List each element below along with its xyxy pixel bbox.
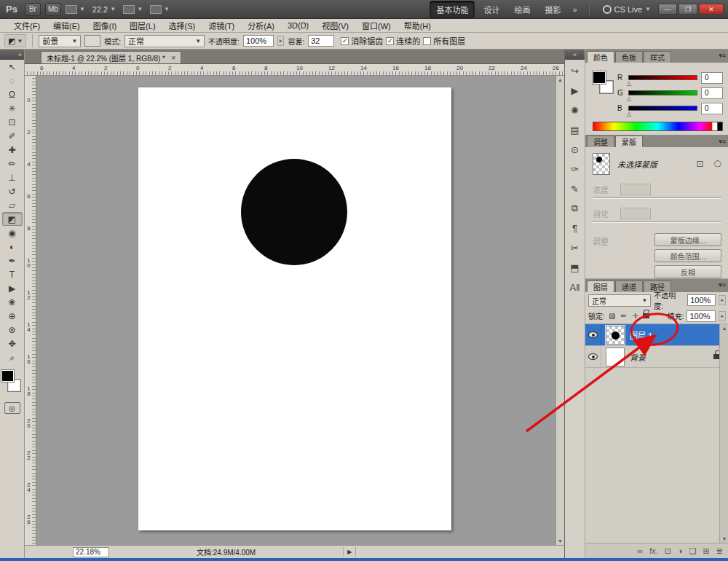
add-pixel-mask-icon[interactable]: ⊡: [697, 159, 704, 169]
history-panel-icon[interactable]: ↪: [566, 62, 584, 79]
panel-tab[interactable]: 色板: [615, 51, 643, 63]
adjustments-panel-icon[interactable]: ✺: [566, 101, 584, 119]
layer-name[interactable]: 背景: [630, 351, 646, 363]
channel-value-input[interactable]: 0: [701, 103, 723, 114]
document-page[interactable]: [138, 87, 451, 530]
add-layer-mask-icon[interactable]: ⊡: [665, 546, 671, 556]
lock-paint-icon[interactable]: ✏: [620, 312, 628, 320]
lock-all-icon[interactable]: [643, 313, 649, 318]
quick-selection-tool[interactable]: ✳: [2, 101, 23, 115]
paragraph-panel-icon[interactable]: ¶: [566, 219, 584, 237]
close-button[interactable]: ✕: [699, 4, 724, 15]
crop-tool[interactable]: ⊡: [2, 115, 23, 129]
history-brush-tool[interactable]: ↺: [2, 184, 23, 198]
layer-visibility-toggle[interactable]: [585, 346, 601, 367]
menu-item[interactable]: 视图(V): [315, 18, 355, 33]
hand-tool[interactable]: ✥: [2, 337, 23, 350]
menu-item[interactable]: 文件(F): [7, 18, 47, 33]
clone-source-panel-icon[interactable]: ⧉: [566, 200, 584, 217]
panel-tab[interactable]: 路径: [644, 280, 671, 292]
actions-panel-icon[interactable]: ▶: [566, 82, 584, 99]
scroll-up-icon[interactable]: ▲: [722, 326, 727, 331]
blur-tool[interactable]: ◉: [2, 226, 23, 240]
status-options-button[interactable]: ▶: [343, 547, 356, 557]
option-checkbox[interactable]: 连续的: [386, 35, 420, 47]
navigator-panel-icon[interactable]: ▤: [566, 121, 584, 138]
color-spectrum-ramp[interactable]: [593, 122, 723, 131]
panel-tab[interactable]: 调整: [587, 136, 614, 147]
channel-slider[interactable]: [628, 106, 697, 111]
status-zoom-input[interactable]: 22.18%: [73, 547, 109, 557]
menu-item[interactable]: 滤镜(T): [202, 18, 241, 33]
layer-thumbnail[interactable]: [606, 348, 625, 366]
measurement-log-panel-icon[interactable]: ✂: [566, 239, 584, 256]
panel-tab[interactable]: 蒙版: [615, 136, 643, 147]
dodge-tool[interactable]: ◐: [2, 240, 23, 254]
channel-value-input[interactable]: 0: [701, 72, 723, 84]
animation-panel-icon[interactable]: ⬒: [566, 259, 584, 276]
document-viewport[interactable]: [36, 76, 555, 545]
mask-action-button[interactable]: 反相: [654, 265, 721, 278]
lasso-tool[interactable]: Ω: [2, 87, 23, 101]
panel-menu-icon[interactable]: ▾≡: [719, 281, 726, 289]
panel-menu-icon[interactable]: ▾≡: [719, 52, 726, 59]
workspace-button[interactable]: 设计: [478, 1, 505, 17]
minimize-button[interactable]: —: [658, 4, 677, 15]
channel-value-input[interactable]: 0: [701, 87, 723, 99]
move-tool[interactable]: ↖: [2, 60, 23, 74]
brush-panel-icon[interactable]: ✎: [566, 180, 584, 197]
type-tool[interactable]: T: [2, 267, 23, 281]
opacity-input[interactable]: 100%: [243, 35, 274, 47]
marquee-tool[interactable]: ◌: [2, 74, 23, 87]
menu-item[interactable]: 帮助(H): [397, 18, 438, 33]
3d-rotate-tool[interactable]: ⊕: [2, 309, 23, 323]
menu-item[interactable]: 窗口(W): [355, 18, 397, 33]
paint-bucket-tool[interactable]: ◩: [2, 212, 23, 226]
add-vector-mask-icon[interactable]: ⬠: [714, 159, 721, 169]
scroll-down-icon[interactable]: ▼: [722, 536, 727, 541]
fill-source-select[interactable]: 前景▼: [39, 35, 81, 47]
delete-layer-icon[interactable]: ≣: [716, 546, 723, 556]
channel-slider[interactable]: [628, 90, 697, 95]
character-panel-icon[interactable]: A‖: [566, 278, 584, 296]
fill-spinner[interactable]: ▸: [719, 311, 726, 321]
workspace-overflow-button[interactable]: »: [566, 3, 582, 16]
screen-mode-dropdown[interactable]: ▼: [150, 5, 170, 14]
mask-action-button[interactable]: 颜色范围...: [654, 249, 721, 262]
clone-stamp-tool[interactable]: ⊥: [2, 170, 23, 184]
layer-style-icon[interactable]: fx.: [649, 546, 658, 555]
healing-brush-tool[interactable]: ✚: [2, 143, 23, 157]
info-panel-icon[interactable]: ⊙: [566, 141, 584, 158]
launch-bridge-button[interactable]: Br: [25, 3, 41, 16]
layers-opacity-input[interactable]: 100%: [687, 294, 716, 306]
fill-input[interactable]: 100%: [687, 310, 716, 322]
pattern-swatch[interactable]: [84, 35, 100, 47]
panel-tab[interactable]: 图层: [587, 280, 614, 292]
menu-item[interactable]: 图像(I): [87, 18, 123, 33]
layer-visibility-toggle[interactable]: [585, 324, 601, 345]
layer-name[interactable]: 图层 1: [630, 329, 652, 341]
quick-mask-button[interactable]: ◎: [4, 402, 20, 414]
panel-tab[interactable]: 通道: [615, 280, 643, 292]
foreground-color-swatch[interactable]: [1, 370, 14, 382]
mask-action-button[interactable]: 蒙版边缘...: [654, 233, 721, 246]
cs-live-dropdown[interactable]: CS Live▼: [603, 5, 651, 14]
workspace-button[interactable]: 基本功能: [430, 1, 475, 18]
panel-menu-icon[interactable]: ▾≡: [719, 138, 726, 145]
custom-shape-tool[interactable]: ❀: [2, 295, 23, 309]
layers-scrollbar[interactable]: ▲▼: [719, 324, 728, 543]
menu-item[interactable]: 选择(S): [162, 18, 202, 33]
panel-foreground-swatch[interactable]: [593, 71, 606, 84]
3d-orbit-tool[interactable]: ⊛: [2, 323, 23, 337]
link-layers-icon[interactable]: ∞: [637, 546, 643, 555]
eraser-tool[interactable]: ▱: [2, 198, 23, 212]
layer-thumbnail[interactable]: [606, 326, 625, 345]
option-checkbox[interactable]: 所有图层: [423, 35, 465, 47]
menu-item[interactable]: 分析(A): [241, 18, 281, 33]
tolerance-input[interactable]: 32: [308, 35, 334, 47]
menu-item[interactable]: 3D(D): [281, 20, 315, 31]
panel-tab[interactable]: 样式: [644, 51, 671, 63]
menu-item[interactable]: 图层(L): [123, 18, 162, 33]
workspace-button[interactable]: 绘画: [508, 1, 536, 17]
tool-preset-dropdown[interactable]: ◩▼: [4, 34, 26, 47]
